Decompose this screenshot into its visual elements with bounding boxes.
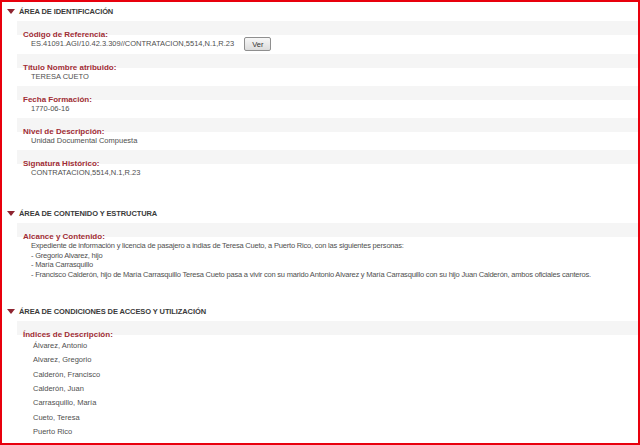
section-identificacion: ÁREA DE IDENTIFICACIÓN Código de Referen… [2,2,638,178]
ver-button[interactable]: Ver [244,37,271,51]
field-value-nivel: Unidad Documental Compuesta [31,136,137,146]
field-value-signatura: CONTRATACION,5514,N.1,R.23 [31,168,140,178]
field-label-signatura: Signatura Histórico: [23,159,99,168]
field-label-band: Índices de Descripción: [17,321,638,335]
field-value-codigo-referencia: ES.41091.AGI/10.42.3.309//CONTRATACION,5… [31,39,234,49]
field-label-band: Fecha Formación: [17,86,638,100]
paragraph-line: - María Carrasquillo [31,260,638,270]
index-item: Puerto Rico [33,425,638,439]
index-item: Cueto, Teresa [33,411,638,425]
field-value-row: 1770-06-16 [31,104,638,114]
collapse-triangle-icon [7,9,15,14]
field-value-row: ES.41091.AGI/10.42.3.309//CONTRATACION,5… [31,37,638,51]
section-title: ÁREA DE IDENTIFICACIÓN [19,7,113,16]
archival-record-page: ÁREA DE IDENTIFICACIÓN Código de Referen… [0,0,640,445]
indices-descripcion-list: Álvarez, Antonio Alvarez, Gregorio Calde… [33,339,638,440]
section-header-contenido[interactable]: ÁREA DE CONTENIDO Y ESTRUCTURA [2,204,638,220]
field-label-alcance: Alcance y Contenido: [23,232,105,241]
index-item: Álvarez, Antonio [33,339,638,353]
section-contenido-estructura: ÁREA DE CONTENIDO Y ESTRUCTURA Alcance y… [2,204,638,280]
field-value-row: Unidad Documental Compuesta [31,136,638,146]
field-value-titulo: TERESA CUETO [31,72,89,82]
index-item: Alvarez, Gregorio [33,353,638,367]
field-label-titulo: Título Nombre atribuido: [23,63,116,72]
index-item: Calderón, Francisco [33,368,638,382]
field-value-row: CONTRATACION,5514,N.1,R.23 [31,168,638,178]
field-label-codigo-referencia: Código de Referencia: [23,30,108,39]
alcance-contenido-text: Expediente de información y licencia de … [31,241,638,280]
section-condiciones-acceso: ÁREA DE CONDICIONES DE ACCESO Y UTILIZAC… [2,302,638,440]
field-label-nivel: Nivel de Descripción: [23,127,104,136]
index-item: Calderón, Juan [33,382,638,396]
field-label-band: Nivel de Descripción: [17,118,638,132]
field-label-band: Título Nombre atribuido: [17,54,638,68]
index-item: Carrasquillo, María [33,396,638,410]
field-label-fecha: Fecha Formación: [23,95,92,104]
section-title: ÁREA DE CONTENIDO Y ESTRUCTURA [19,209,157,218]
section-header-identificacion[interactable]: ÁREA DE IDENTIFICACIÓN [2,2,638,18]
section-header-acceso[interactable]: ÁREA DE CONDICIONES DE ACCESO Y UTILIZAC… [2,302,638,318]
field-label-band: Alcance y Contenido: [17,223,638,237]
field-label-indices: Índices de Descripción: [23,330,113,339]
collapse-triangle-icon [7,211,15,216]
paragraph-line: - Gregorio Alvarez, hijo [31,251,638,261]
field-value-fecha: 1770-06-16 [31,104,69,114]
field-label-band: Código de Referencia: [17,21,638,35]
section-title: ÁREA DE CONDICIONES DE ACCESO Y UTILIZAC… [19,307,206,316]
paragraph-line: Expediente de información y licencia de … [31,241,638,251]
collapse-triangle-icon [7,309,15,314]
field-value-row: TERESA CUETO [31,72,638,82]
paragraph-line: - Francisco Calderón, hijo de María Carr… [31,270,638,280]
field-label-band: Signatura Histórico: [17,150,638,164]
